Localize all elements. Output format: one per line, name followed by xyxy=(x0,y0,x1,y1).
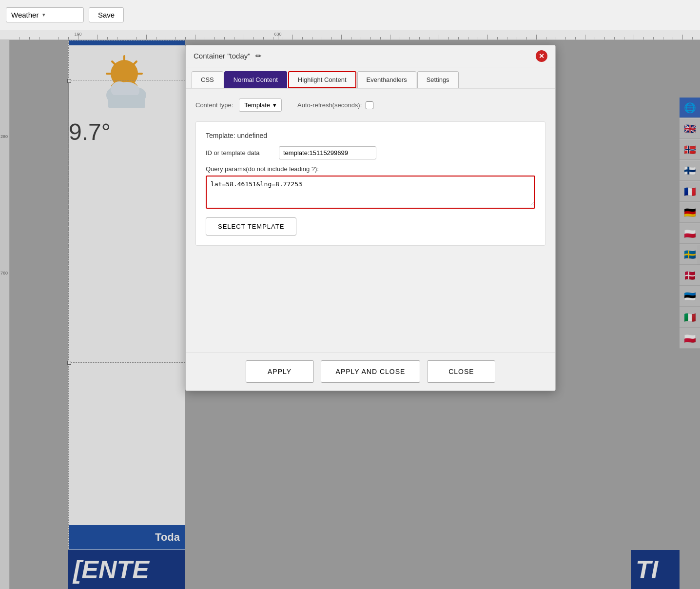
modal-header: Container "today" ✏ ✕ xyxy=(186,45,555,67)
modal-title: Container "today" ✏ xyxy=(194,52,262,60)
save-button[interactable]: Save xyxy=(89,7,124,22)
query-label: Query params(do not include leading ?): xyxy=(206,165,535,173)
template-undefined-label: Template: undefined xyxy=(206,132,535,139)
horizontal-ruler: 160 630 (function() { const ruler = docu… xyxy=(0,30,700,40)
modal-tabs: CSS Normal Content Highlight Content Eve… xyxy=(186,67,555,89)
apply-close-button[interactable]: APPLY AND CLOSE xyxy=(321,360,421,383)
content-type-label: Content type: xyxy=(195,101,233,109)
modal-overlay: Container "today" ✏ ✕ CSS Normal Content… xyxy=(0,40,700,589)
weather-dropdown[interactable]: Weather ▾ xyxy=(6,7,84,22)
auto-refresh-row: Auto-refresh(seconds): xyxy=(297,101,373,109)
auto-refresh-label: Auto-refresh(seconds): xyxy=(297,101,362,109)
select-template-button[interactable]: SELECT TEMPLATE xyxy=(206,217,296,236)
content-type-select[interactable]: Template ▾ xyxy=(239,98,282,112)
apply-button[interactable]: APPLY xyxy=(246,360,314,383)
query-textarea[interactable]: lat=58.46151&lng=8.77253 xyxy=(207,177,534,206)
content-type-row: Content type: Template ▾ Auto-refresh(se… xyxy=(195,98,545,112)
content-type-chevron-icon: ▾ xyxy=(273,101,276,109)
close-button[interactable]: CLOSE xyxy=(427,360,495,383)
id-field-row: ID or template data xyxy=(206,146,535,159)
dropdown-label: Weather xyxy=(11,11,39,19)
toolbar: Weather ▾ Save xyxy=(0,0,700,30)
tab-highlight-content[interactable]: Highlight Content xyxy=(288,71,356,88)
auto-refresh-checkbox[interactable] xyxy=(366,101,373,109)
tab-css[interactable]: CSS xyxy=(192,71,223,88)
template-section: Template: undefined ID or template data … xyxy=(195,121,545,246)
id-input[interactable] xyxy=(279,146,376,159)
id-label: ID or template data xyxy=(206,149,274,157)
edit-icon[interactable]: ✏ xyxy=(255,52,262,60)
modal-close-button[interactable]: ✕ xyxy=(536,50,547,62)
chevron-down-icon: ▾ xyxy=(42,12,45,18)
tab-normal-content[interactable]: Normal Content xyxy=(224,71,287,88)
query-textarea-wrapper: lat=58.46151&lng=8.77253 xyxy=(206,176,535,209)
modal-footer: APPLY APPLY AND CLOSE CLOSE xyxy=(186,352,555,391)
content-type-value: Template xyxy=(244,101,270,109)
query-section: Query params(do not include leading ?): … xyxy=(206,165,535,209)
modal-body: Content type: Template ▾ Auto-refresh(se… xyxy=(186,89,555,352)
tab-eventhandlers[interactable]: Eventhandlers xyxy=(357,71,416,88)
tab-settings[interactable]: Settings xyxy=(417,71,459,88)
modal-dialog: Container "today" ✏ ✕ CSS Normal Content… xyxy=(185,45,556,391)
